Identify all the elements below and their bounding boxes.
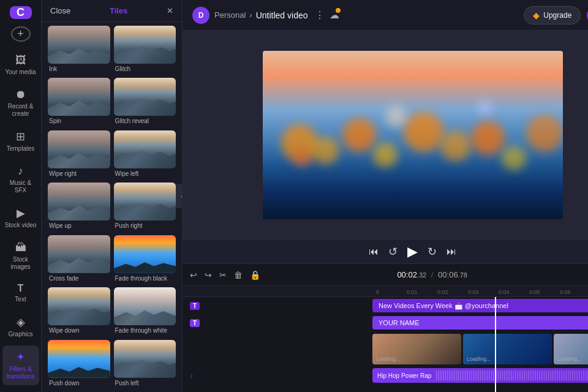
undo-button[interactable]: ↩ xyxy=(190,270,197,280)
glitch-thumb xyxy=(114,26,176,64)
cut-button[interactable]: ✂ xyxy=(219,270,227,280)
clip-3-loading: Loading... xyxy=(557,356,582,362)
text-track-2-text: YOUR NAME xyxy=(379,319,420,326)
push-right-label: Push right xyxy=(114,222,176,229)
templates-icon: ⊞ xyxy=(16,130,25,143)
text-track-2-content[interactable]: YOUR NAME xyxy=(372,314,588,331)
video-clip-3[interactable]: Loading... xyxy=(554,334,588,364)
topbar-left: D Personal › Untitled video ⋮ ☁ xyxy=(192,7,339,24)
sidebar-item-music[interactable]: ♪ Music & SFX xyxy=(2,160,39,199)
clip-1-loading: Loading... xyxy=(376,356,401,362)
project-title[interactable]: Untitled video xyxy=(256,10,308,20)
transition-glitch[interactable]: Glitch xyxy=(114,26,176,74)
ruler-tick-1: 0:01 xyxy=(407,289,418,295)
sidebar-item-record[interactable]: ⏺ Record & create xyxy=(2,83,39,123)
timeline: ↩ ↪ ✂ 🗑 🔒 00:02.32 / 00:06.78 + − ⤢ xyxy=(183,263,588,392)
transition-wipe-down[interactable]: Wipe down xyxy=(48,287,110,336)
audio-track-label-text: Hip Hop Power Rap xyxy=(377,372,431,379)
main-area: D Personal › Untitled video ⋮ ☁ ◆ Upgrad… xyxy=(183,0,588,392)
app-logo[interactable]: C xyxy=(10,6,32,19)
sidebar-item-your-media[interactable]: 🖼 Your media xyxy=(2,49,39,81)
music-icon: ♪ xyxy=(18,165,23,178)
transition-ink[interactable]: Ink xyxy=(48,26,110,74)
transition-push-right[interactable]: Push right xyxy=(114,183,176,231)
transition-fade-black[interactable]: Fade through black xyxy=(114,235,176,284)
transition-cross-fade[interactable]: Cross fade xyxy=(48,235,110,284)
bokeh-light xyxy=(440,130,471,161)
wipe-left-thumb xyxy=(114,130,176,168)
bokeh-light xyxy=(312,137,339,164)
video-clip-2[interactable]: Loading... xyxy=(463,334,552,364)
stock-video-icon: ▶ xyxy=(17,206,25,220)
panel-close-button[interactable]: ✕ xyxy=(167,6,173,15)
replay-button[interactable]: ↺ xyxy=(388,245,398,258)
wipe-right-label: Wipe right xyxy=(48,170,110,177)
video-track: Loading... Loading... Loading... xyxy=(183,333,588,366)
ink-label: Ink xyxy=(48,66,110,72)
video-preview xyxy=(263,51,563,219)
push-left-thumb xyxy=(114,340,176,378)
playback-controls: ⏮ ↺ ▶ ↻ ⏭ xyxy=(183,239,588,263)
sidebar-item-brand-kit[interactable]: ◉ Brand kit xyxy=(2,388,39,392)
timeline-toolbar: ↩ ↪ ✂ 🗑 🔒 00:02.32 / 00:06.78 + − ⤢ xyxy=(183,264,588,286)
wipe-left-label: Wipe left xyxy=(114,170,176,177)
text-track-1: T New Videos Every Week 📩 @yourchannel xyxy=(183,297,588,314)
sidebar-item-stock-images[interactable]: 🏔 Stock images xyxy=(2,236,39,276)
cross-fade-label: Cross fade xyxy=(48,275,110,282)
bokeh-light xyxy=(477,100,492,115)
transition-wipe-right[interactable]: Wipe right xyxy=(48,130,110,179)
sidebar: C + 🖼 Your media ⏺ Record & create ⊞ Tem… xyxy=(0,0,42,392)
add-button[interactable]: + xyxy=(11,26,31,42)
preview-area: 16:9 ? ⌄ xyxy=(183,31,588,239)
audio-track-label: ♪ xyxy=(183,372,372,379)
breadcrumb-separator: › xyxy=(249,10,252,20)
transition-push-down[interactable]: Push down xyxy=(48,340,110,388)
video-clip-1[interactable]: Loading... xyxy=(372,334,461,364)
audio-track: ♪ Hip Hop Power Rap xyxy=(183,367,588,384)
text-track-1-text: New Videos Every Week 📩 @yourchannel xyxy=(379,302,508,310)
text-track-1-content[interactable]: New Videos Every Week 📩 @yourchannel xyxy=(372,297,588,314)
delete-button[interactable]: 🗑 xyxy=(234,270,243,280)
transition-spin[interactable]: Spin xyxy=(48,78,110,126)
lock-button[interactable]: 🔒 xyxy=(250,270,260,280)
ruler-ticks: 0 0:01 0:02 0:03 0:04 0:05 0:06 0:07 xyxy=(372,286,588,296)
play-button[interactable]: ▶ xyxy=(407,244,418,260)
sidebar-item-stock-video[interactable]: ▶ Stock video xyxy=(2,202,39,234)
wipe-right-thumb xyxy=(48,130,110,168)
ruler-tick-0: 0 xyxy=(376,289,379,295)
transition-wipe-up[interactable]: Wipe up xyxy=(48,183,110,231)
collapse-panel-button[interactable]: ‹ xyxy=(176,184,183,208)
redo-button[interactable]: ↪ xyxy=(205,270,212,280)
diamond-icon: ◆ xyxy=(533,10,540,20)
skip-forward-button[interactable]: ⏭ xyxy=(447,246,456,257)
audio-bar[interactable]: Hip Hop Power Rap xyxy=(372,368,588,383)
more-options-button[interactable]: ⋮ xyxy=(315,9,325,21)
wipe-up-label: Wipe up xyxy=(48,222,110,229)
forward-button[interactable]: ↻ xyxy=(428,245,437,258)
media-icon: 🖼 xyxy=(15,54,26,67)
upgrade-label: Upgrade xyxy=(543,11,571,20)
workspace-label[interactable]: Personal xyxy=(214,10,246,20)
panel-close-label: Close xyxy=(50,6,70,15)
skip-back-button[interactable]: ⏮ xyxy=(369,246,379,257)
glitch-reveal-thumb xyxy=(114,78,176,116)
transition-wipe-left[interactable]: Wipe left xyxy=(114,130,176,179)
clip-2-loading: Loading... xyxy=(467,356,491,362)
text-bar-2[interactable]: YOUR NAME xyxy=(372,316,588,330)
upgrade-button[interactable]: ◆ Upgrade xyxy=(524,6,581,24)
text-bar-1[interactable]: New Videos Every Week 📩 @yourchannel xyxy=(372,299,588,312)
audio-track-content[interactable]: Hip Hop Power Rap xyxy=(372,367,588,384)
notification-dot xyxy=(336,8,341,13)
playhead[interactable] xyxy=(495,297,496,392)
cloud-save-icon: ☁ xyxy=(330,9,339,21)
transition-fade-white[interactable]: Fade through white xyxy=(114,287,176,336)
push-left-label: Push left xyxy=(114,380,176,386)
sidebar-item-graphics[interactable]: ◈ Graphics xyxy=(2,311,39,343)
sidebar-item-filters[interactable]: ✦ Filters & transitions xyxy=(2,345,39,385)
sidebar-item-text[interactable]: T Text xyxy=(2,278,39,308)
transition-glitch-reveal[interactable]: Glitch reveal xyxy=(114,78,176,126)
sidebar-item-templates[interactable]: ⊞ Templates xyxy=(2,125,39,157)
transition-push-left[interactable]: Push left xyxy=(114,340,176,388)
text-track-2-label: T xyxy=(183,319,372,327)
panel-header: Close Tiles ✕ xyxy=(42,0,182,22)
